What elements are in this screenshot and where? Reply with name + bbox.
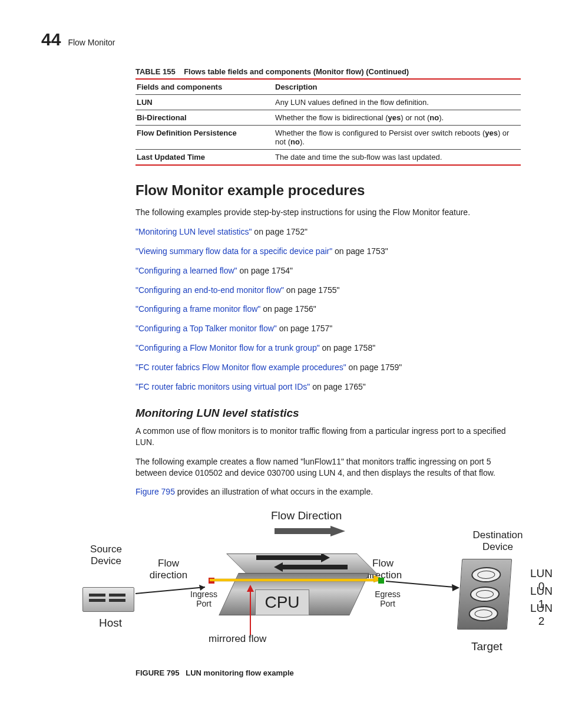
arrow-switch-to-dest-icon <box>386 579 459 597</box>
table-header-row: Fields and components Description <box>135 79 521 95</box>
label-mirrored-flow: mirrored flow <box>209 633 266 645</box>
xref-link[interactable]: "Configuring a frame monitor flow" <box>135 304 260 314</box>
link-suffix: on page 1758" <box>320 343 376 353</box>
table-row: Last Updated Time The date and time the … <box>135 150 521 166</box>
link-line: "Configuring a learned flow" on page 175… <box>135 265 521 276</box>
link-line: "Monitoring LUN level statistics" on pag… <box>135 226 521 238</box>
text: Whether the flow is bidirectional ( <box>275 113 388 122</box>
desc-updated: The date and time the sub-flow was last … <box>274 150 521 166</box>
field-lun: LUN <box>135 95 274 110</box>
table-row: LUN Any LUN values defined in the flow d… <box>135 95 521 110</box>
lun-stats-p2: The following example creates a flow nam… <box>135 456 521 479</box>
source-device-icon <box>82 587 134 612</box>
destination-device-icon <box>457 559 512 630</box>
table-caption-label: TABLE 155 <box>135 67 176 76</box>
text: Flowdirection <box>150 558 187 581</box>
text: ). <box>439 113 444 122</box>
bold-yes: yes <box>388 113 401 122</box>
switch-arrows-icon <box>250 554 356 573</box>
text: IngressPort <box>190 589 217 608</box>
svg-marker-3 <box>256 554 330 562</box>
link-line: "Configuring a frame monitor flow" on pa… <box>135 304 521 315</box>
link-suffix: on page 1759" <box>346 363 402 372</box>
label-flow-direction-top: Flow Direction <box>271 509 342 522</box>
flow-line-icon <box>210 579 381 581</box>
link-suffix: on page 1757" <box>277 324 333 333</box>
bold-no: no <box>429 113 439 122</box>
xref-link[interactable]: "Viewing summary flow data for a specifi… <box>135 246 332 256</box>
link-suffix: on page 1753" <box>332 246 388 256</box>
table-caption-text: Flows table fields and components (Monit… <box>184 67 409 76</box>
header-title: Flow Monitor <box>68 38 115 47</box>
xref-link[interactable]: "FC router fabric monitors using virtual… <box>135 382 310 391</box>
label-ingress-port: IngressPort <box>186 589 222 608</box>
text: SourceDevice <box>90 543 122 566</box>
label-flow-direction-left: Flowdirection <box>145 558 192 581</box>
page-header: 44 Flow Monitor <box>41 29 521 50</box>
table-row: Bi-Directional Whether the flow is bidir… <box>135 110 521 126</box>
link-line: "Configuring a Top Talker monitor flow" … <box>135 323 521 334</box>
desc-persistence: Whether the flow is configured to Persis… <box>274 126 521 150</box>
xref-link[interactable]: "FC router fabrics Flow Monitor flow exa… <box>135 363 346 372</box>
link-line: "Viewing summary flow data for a specifi… <box>135 246 521 257</box>
figure-795: Flow Direction SourceDevice DestinationD… <box>82 509 521 663</box>
link-line: "FC router fabrics Flow Monitor flow exa… <box>135 362 521 373</box>
mirrored-flow-arrow-icon <box>242 585 259 635</box>
section-heading-procedures: Flow Monitor example procedures <box>135 182 521 199</box>
text: Whether the flow is configured to Persis… <box>275 129 485 137</box>
text: ). <box>300 137 305 146</box>
text: ) or not ( <box>401 113 429 122</box>
svg-marker-9 <box>452 584 459 591</box>
page-number: 44 <box>41 29 61 50</box>
lun-stats-p1: A common use of flow monitors is to moni… <box>135 426 521 448</box>
field-bidirectional: Bi-Directional <box>135 110 274 126</box>
xref-link[interactable]: "Monitoring LUN level statistics" <box>135 227 252 236</box>
cpu-label: CPU <box>265 593 299 612</box>
text: DestinationDevice <box>472 529 523 552</box>
field-updated: Last Updated Time <box>135 150 274 166</box>
table-155: TABLE 155 Flows table fields and compone… <box>135 67 521 166</box>
disk-icon <box>470 587 500 602</box>
lun-stats-p3: Figure 795 provides an illustration of w… <box>135 486 521 498</box>
col-description: Description <box>274 79 521 95</box>
desc-bidirectional: Whether the flow is bidirectional (yes) … <box>274 110 521 126</box>
subheading-lun-stats: Monitoring LUN level statistics <box>135 407 521 420</box>
figure-caption-text: LUN monitoring flow example <box>186 668 293 677</box>
label-host: Host <box>99 617 122 630</box>
label-source-device: SourceDevice <box>82 543 130 566</box>
link-line: "Configuring an end-to-end monitor flow"… <box>135 285 521 296</box>
bold-yes: yes <box>485 129 498 137</box>
figure-caption-label: FIGURE 795 <box>135 668 179 677</box>
link-suffix: on page 1765" <box>310 382 366 391</box>
link-suffix: on page 1754" <box>237 266 293 275</box>
disk-icon <box>471 568 501 583</box>
label-lun2: LUN 2 <box>530 602 553 628</box>
egress-port-icon <box>378 578 384 584</box>
text: provides an illustration of what occurs … <box>175 487 373 496</box>
arrow-right-icon <box>275 526 345 536</box>
cpu-box: CPU <box>255 589 309 615</box>
flows-table: Fields and components Description LUN An… <box>135 78 521 166</box>
xref-link[interactable]: "Configuring a Flow Monitor flow for a t… <box>135 343 320 353</box>
link-line: "FC router fabric monitors using virtual… <box>135 381 521 393</box>
xref-link[interactable]: "Configuring a Top Talker monitor flow" <box>135 324 277 333</box>
col-fields: Fields and components <box>135 79 274 95</box>
xref-link[interactable]: "Configuring a learned flow" <box>135 266 237 275</box>
svg-marker-7 <box>247 585 254 592</box>
link-suffix: on page 1752" <box>252 227 308 236</box>
xref-link[interactable]: "Configuring an end-to-end monitor flow" <box>135 285 284 295</box>
svg-line-8 <box>386 581 454 587</box>
figure-xref-link[interactable]: Figure 795 <box>135 487 175 496</box>
table-row: Flow Definition Persistence Whether the … <box>135 126 521 150</box>
field-persistence: Flow Definition Persistence <box>135 126 274 150</box>
desc-lun: Any LUN values defined in the flow defin… <box>274 95 521 110</box>
link-line: "Configuring a Flow Monitor flow for a t… <box>135 342 521 354</box>
link-suffix: on page 1755" <box>284 285 340 295</box>
procedures-intro: The following examples provide step-by-s… <box>135 207 521 218</box>
bold-no: no <box>290 137 300 146</box>
label-destination-device: DestinationDevice <box>459 529 536 552</box>
label-target: Target <box>471 640 503 653</box>
table-caption: TABLE 155 Flows table fields and compone… <box>135 67 521 76</box>
svg-marker-4 <box>274 562 348 572</box>
figure-caption: FIGURE 795 LUN monitoring flow example <box>135 668 521 677</box>
